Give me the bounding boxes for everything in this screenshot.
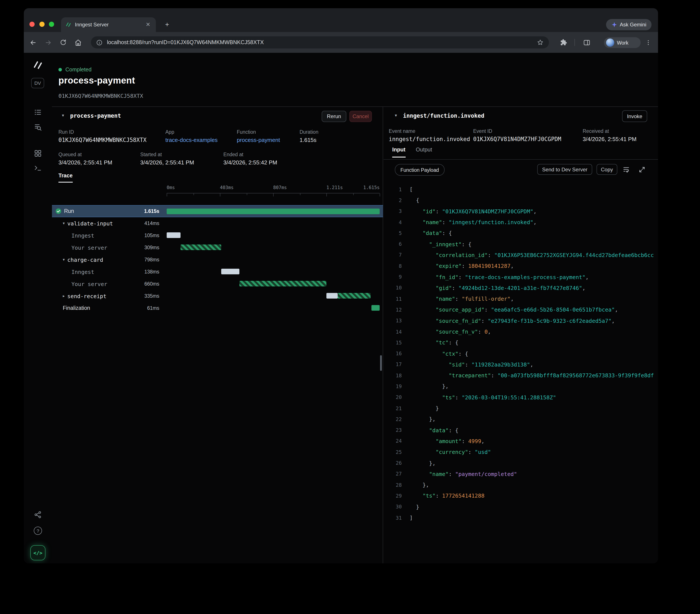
send-to-dev-server-button[interactable]: Send to Dev Server — [537, 164, 592, 175]
chevron-down-icon[interactable]: ▾ — [63, 257, 65, 262]
code-line: 26 }, — [384, 458, 658, 469]
trace-row-name: Finalization — [52, 302, 90, 314]
profile-name: Work — [617, 40, 628, 45]
env-badge[interactable]: DV — [31, 78, 44, 88]
extensions-icon[interactable] — [559, 37, 569, 48]
tab-trace[interactable]: Trace — [59, 172, 73, 183]
trace-row-name: ▸send-receipt — [52, 290, 107, 302]
help-icon[interactable]: ? — [34, 527, 42, 535]
code-token: : — [468, 449, 475, 456]
trace-bar-area — [167, 302, 380, 314]
inngest-logo-icon[interactable] — [33, 60, 43, 71]
bookmark-star-icon[interactable] — [537, 39, 544, 46]
run-detail-field: Duration1.615s — [300, 129, 318, 143]
scrollbar-thumb[interactable] — [380, 355, 382, 371]
rerun-button[interactable]: Rerun — [322, 111, 346, 122]
collapse-chevron-icon[interactable]: ▾ — [395, 113, 397, 118]
code-text: "id": "01KJX6Q7V81N4DMZ7HFJ0CGPDM", — [410, 208, 537, 214]
profile-chip[interactable]: Work — [604, 37, 641, 48]
copy-button[interactable]: Copy — [597, 164, 617, 175]
run-detail-label: Run ID — [59, 129, 147, 135]
trace-row[interactable]: ▾validate-input414ms — [52, 217, 383, 229]
run-detail-value: 3/4/2026, 2:55:42 PM — [223, 159, 277, 166]
code-token: "traceparent" — [449, 372, 491, 379]
tab-input[interactable]: Input — [392, 147, 405, 157]
run-detail-value[interactable]: process-payment — [237, 137, 280, 143]
sidebar-functions-icon[interactable] — [34, 164, 42, 172]
code-token: } — [410, 504, 419, 510]
menu-kebab-icon[interactable] — [643, 37, 653, 48]
forward-icon[interactable] — [43, 37, 53, 48]
cancel-button[interactable]: Cancel — [349, 111, 372, 122]
code-token: , — [488, 329, 491, 335]
site-info-icon[interactable] — [96, 39, 103, 46]
reload-icon[interactable] — [58, 37, 68, 48]
trace-row[interactable]: Inngest105ms — [52, 229, 383, 241]
code-token: "inngest/function.invoked" — [449, 219, 533, 226]
code-token: 1804190141287 — [468, 263, 511, 269]
code-line: 3 "id": "01KJX6Q7V81N4DMZ7HFJ0CGPDM", — [384, 206, 658, 217]
collapse-chevron-icon[interactable]: ▾ — [62, 113, 64, 118]
event-meta-label: Event ID — [473, 128, 561, 134]
code-token: , — [511, 295, 514, 302]
code-line: 7 "correlation_id": "01KJX6P53EB6C2752XG… — [384, 250, 658, 261]
sidebar-apps-icon[interactable] — [34, 149, 42, 157]
trace-bar-area — [167, 217, 380, 229]
side-panel-icon[interactable] — [582, 37, 592, 48]
tab-title: Inngest Server — [75, 22, 145, 28]
invoke-button[interactable]: Invoke — [622, 110, 647, 122]
trace-row[interactable]: Your server309ms — [52, 241, 383, 254]
line-number: 23 — [384, 427, 402, 433]
code-token: , — [533, 208, 537, 214]
event-meta-value: 3/4/2026, 2:55:41 PM — [583, 136, 637, 142]
code-line: 12 "source_app_id": "eea6afc5-e66d-5b26-… — [384, 304, 658, 316]
status-dot-icon — [59, 68, 62, 72]
code-token — [410, 307, 436, 313]
code-token: , — [582, 285, 586, 291]
close-tab-icon[interactable]: ✕ — [145, 21, 151, 28]
code-token: 4999 — [468, 438, 481, 444]
page-title: process-payment — [59, 75, 135, 86]
minimize-window-button[interactable] — [39, 22, 45, 27]
trace-row[interactable]: Finalization61ms — [52, 302, 383, 314]
address-bar[interactable]: localhost:8288/run?runID=01KJX6Q7W64NMKM… — [91, 36, 549, 49]
code-token: : — [455, 295, 462, 302]
trace-row[interactable]: Run1.615s — [52, 205, 383, 217]
sidebar-events-icon[interactable] — [34, 123, 42, 131]
axis-tick — [167, 193, 167, 196]
new-tab-button[interactable]: + — [162, 20, 172, 29]
zoom-window-button[interactable] — [49, 22, 54, 27]
line-number: 19 — [384, 383, 402, 389]
code-token — [410, 295, 436, 302]
code-line: 16 "ctx": { — [384, 348, 658, 359]
code-line: 2 { — [384, 195, 658, 206]
sidebar-runs-icon[interactable] — [34, 108, 42, 116]
trace-row[interactable]: Inngest138ms — [52, 266, 383, 278]
status-label: Completed — [65, 67, 91, 73]
browser-tab[interactable]: Inngest Server ✕ — [61, 17, 156, 32]
run-detail-value[interactable]: trace-docs-examples — [165, 137, 217, 143]
dev-tools-button[interactable]: </> — [30, 545, 46, 560]
home-icon[interactable] — [73, 37, 83, 48]
axis-label: 807ms — [273, 185, 287, 190]
share-icon[interactable] — [34, 511, 42, 519]
code-token: "source_fn_id" — [436, 317, 481, 324]
code-token — [410, 471, 429, 477]
ask-gemini-button[interactable]: Ask Gemini — [606, 19, 651, 30]
trace-row[interactable]: ▾charge-card798ms — [52, 254, 383, 266]
word-wrap-icon[interactable] — [621, 164, 631, 175]
gemini-sparkle-icon — [611, 22, 617, 28]
trace-bar — [167, 208, 380, 214]
chevron-down-icon[interactable]: ▾ — [63, 221, 65, 226]
trace-row[interactable]: ▸send-receipt335ms — [52, 290, 383, 302]
trace-row[interactable]: Your server660ms — [52, 278, 383, 290]
function-payload-chip[interactable]: Function Payload — [395, 164, 445, 176]
expand-icon[interactable] — [637, 164, 647, 175]
close-window-button[interactable] — [29, 22, 35, 27]
line-number: 9 — [384, 274, 402, 280]
code-token: "fulfill-order" — [462, 295, 511, 302]
trace-row-duration: 309ms — [145, 241, 159, 254]
chevron-right-icon[interactable]: ▸ — [63, 294, 65, 298]
back-icon[interactable] — [28, 37, 38, 48]
tab-output[interactable]: Output — [416, 147, 432, 157]
